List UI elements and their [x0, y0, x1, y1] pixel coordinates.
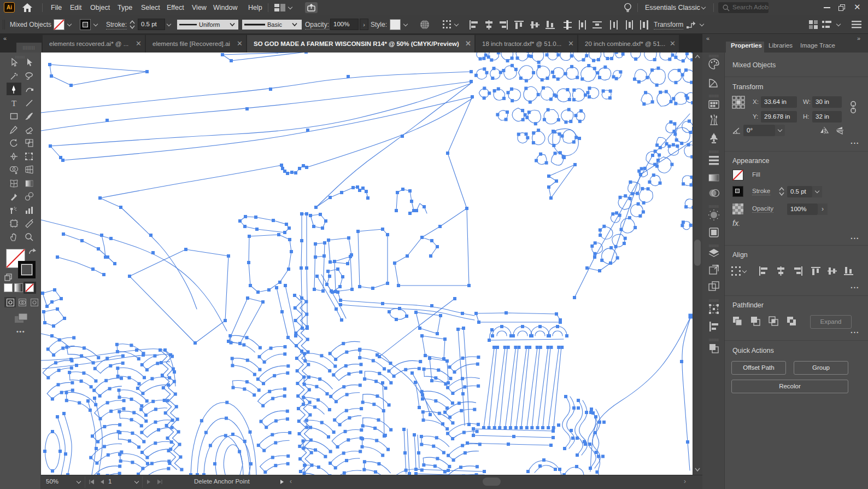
- svg-text:T: T: [11, 99, 16, 108]
